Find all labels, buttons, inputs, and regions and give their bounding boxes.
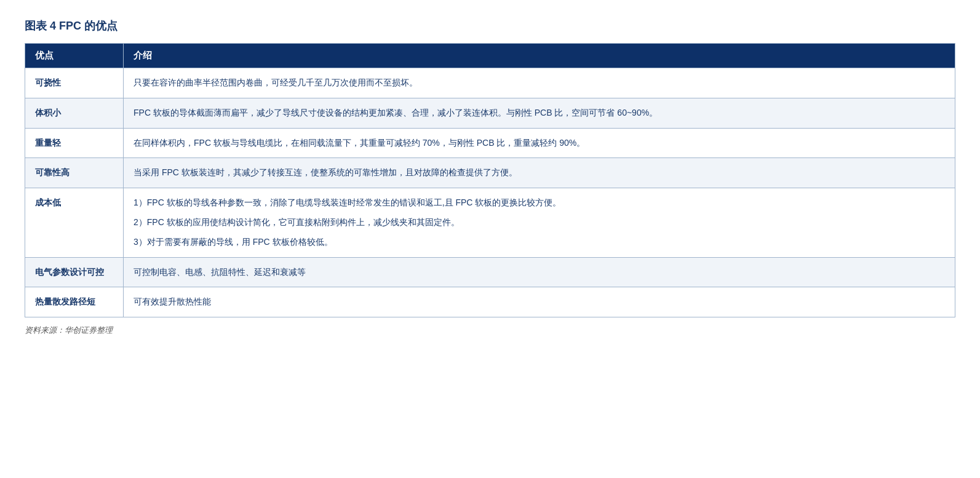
table-row: 电气参数设计可控可控制电容、电感、抗阻特性、延迟和衰减等 [25,257,955,287]
advantage-cell: 重量轻 [25,128,124,158]
description-cell: 可有效提升散热性能 [124,287,955,317]
table-row: 体积小FPC 软板的导体截面薄而扁平，减少了导线尺寸使设备的结构更加紧凑、合理，… [25,98,955,128]
description-cell: 当采用 FPC 软板装连时，其减少了转接互连，使整系统的可靠性增加，且对故障的检… [124,158,955,188]
header-description: 介绍 [124,44,955,68]
advantage-cell: 电气参数设计可控 [25,257,124,287]
table-row: 可挠性只要在容许的曲率半径范围内卷曲，可经受几千至几万次使用而不至损坏。 [25,68,955,98]
table-row: 热量散发路径短可有效提升散热性能 [25,287,955,317]
page-title: 图表 4 FPC 的优点 [25,18,955,33]
source-note: 资料来源：华创证券整理 [25,325,955,336]
fpc-advantages-table: 优点 介绍 可挠性只要在容许的曲率半径范围内卷曲，可经受几千至几万次使用而不至损… [25,43,955,317]
description-cell: 1）FPC 软板的导线各种参数一致，消除了电缆导线装连时经常发生的错误和返工,且… [124,188,955,257]
advantage-cell: 可靠性高 [25,158,124,188]
description-cell: 只要在容许的曲率半径范围内卷曲，可经受几千至几万次使用而不至损坏。 [124,68,955,98]
description-cell: 在同样体积内，FPC 软板与导线电缆比，在相同载流量下，其重量可减轻约 70%，… [124,128,955,158]
advantage-cell: 可挠性 [25,68,124,98]
advantage-cell: 热量散发路径短 [25,287,124,317]
advantage-cell: 成本低 [25,188,124,257]
advantage-cell: 体积小 [25,98,124,128]
header-advantage: 优点 [25,44,124,68]
table-row: 成本低1）FPC 软板的导线各种参数一致，消除了电缆导线装连时经常发生的错误和返… [25,188,955,257]
table-row: 重量轻在同样体积内，FPC 软板与导线电缆比，在相同载流量下，其重量可减轻约 7… [25,128,955,158]
description-cell: FPC 软板的导体截面薄而扁平，减少了导线尺寸使设备的结构更加紧凑、合理，减小了… [124,98,955,128]
description-cell: 可控制电容、电感、抗阻特性、延迟和衰减等 [124,257,955,287]
table-row: 可靠性高当采用 FPC 软板装连时，其减少了转接互连，使整系统的可靠性增加，且对… [25,158,955,188]
